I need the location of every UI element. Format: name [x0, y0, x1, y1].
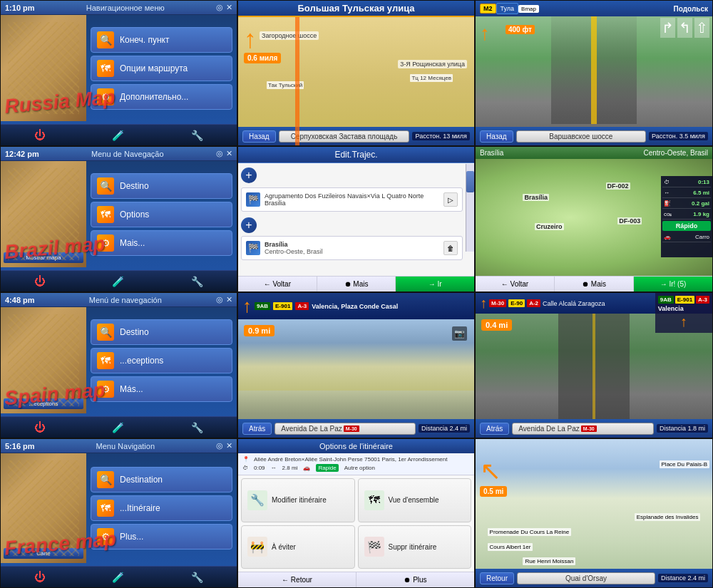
france-itineraire-btn[interactable]: 🗺 ...Itinéraire [91, 495, 232, 521]
co2-icon: co₂ [664, 211, 672, 217]
spain-menu-title: Menú de navegación [89, 296, 162, 304]
russia-route-options-btn[interactable]: 🗺 Опции маршрута [91, 56, 232, 81]
spain-mas-btn[interactable]: ⚙ Más... [91, 376, 232, 402]
france-menu-title: Menu Navigation [96, 442, 155, 450]
spain-show-map-btn[interactable]: ...eceptions [4, 398, 83, 409]
spain-hw-road-btn[interactable]: Avenida De La Paz M-30 [512, 423, 654, 435]
tula-badge: Тула [496, 3, 519, 14]
brasilia-mais-btn[interactable]: ⏺ Mais [555, 277, 634, 292]
spain-map-thumb: ...eceptions [1, 307, 86, 413]
m2-badge: M2 [480, 4, 496, 14]
bstat-fuel-val: 0.2 gal [692, 200, 709, 207]
suppr-btn[interactable]: 🏁 Suppr itinéraire [358, 525, 472, 569]
france-close-icon[interactable]: ✕ [226, 441, 232, 450]
brazil-tools-icon[interactable]: 🔧 [191, 276, 203, 287]
france-dest-label: Destination [120, 475, 163, 485]
options-plus-btn[interactable]: ⏺ Plus [356, 572, 474, 587]
russia-more-label: Дополнительно... [120, 92, 188, 102]
turn-left-icon: ↱ [660, 18, 675, 38]
france-itin-label: ...Itinéraire [120, 503, 160, 513]
brasilia-stats-panel: ⏱ 0:13 ↔ 6.5 mi ⛽ 0.2 gal co₂ 1.9 kg [661, 176, 712, 257]
trajec-go-btn[interactable]: → Ir [396, 277, 474, 292]
chatelet-dist-info: Distance 2.4 mi [658, 574, 708, 582]
waypoint-action-1[interactable]: ▷ [443, 192, 458, 207]
chatelet-back-btn[interactable]: Retour [480, 572, 514, 584]
spain-options-btn[interactable]: 🗺 ...eceptions [91, 348, 232, 373]
spain-back-btn[interactable]: Atrás [242, 423, 272, 435]
russia-bottom-bar: Назад Серпуховская Застава площадь Расст… [238, 127, 474, 145]
trajec-back-btn[interactable]: ← Voltar [238, 277, 317, 292]
waypoint-flag-icon-2: 🏁 [246, 241, 260, 255]
france-flask-icon[interactable]: 🧪 [112, 572, 124, 583]
turn-straight-icon: ⇧ [694, 18, 709, 38]
brasilia-back-btn[interactable]: ← Voltar [476, 277, 555, 292]
spain-time: 4:48 pm [5, 296, 35, 304]
edit-trajec-header: Edit.Trajec. [238, 147, 474, 163]
brazil-map-thumb: Mostrar mapa [1, 161, 86, 267]
spain-destination-btn[interactable]: 🔍 Destino [91, 319, 232, 345]
chatelet-bottom: Retour Quai d'Orsay Distance 2.4 mi [476, 569, 712, 587]
brazil-nav-content: Mostrar mapa 🔍 Destino 🗺 Options ⚙ Mais.… [1, 161, 237, 267]
add-waypoint-top-btn[interactable]: + [241, 167, 257, 183]
brazil-power-icon[interactable]: ⏻ [34, 275, 46, 288]
plate2-a3: A-3 [696, 296, 709, 304]
options-back-btn[interactable]: ← Retour [238, 572, 356, 587]
russia-dist-info: Расстон. 13 миля [412, 132, 470, 140]
france-power-icon[interactable]: ⏻ [34, 571, 46, 584]
spain-power-icon[interactable]: ⏻ [34, 421, 46, 434]
france-plus-btn[interactable]: ⚙ Plus... [91, 524, 232, 550]
russia-back-btn[interactable]: Назад [242, 130, 276, 143]
spain-flask-icon[interactable]: 🧪 [112, 422, 124, 433]
brazil-flask-icon[interactable]: 🧪 [112, 276, 124, 287]
spain-close-icon[interactable]: ✕ [226, 295, 232, 304]
cruzeiro-label: Cruzeiro [535, 223, 564, 230]
russia-hw-road-btn[interactable]: Варшавское шоссе [516, 130, 646, 143]
close-icon[interactable]: ✕ [226, 3, 232, 12]
spain-hw-dist-info: Distancia 1.8 mi [657, 424, 708, 433]
france-destination-btn[interactable]: 🔍 Destination [91, 467, 232, 492]
russia-more-btn[interactable]: ⚙ Дополнительно... [91, 84, 232, 110]
route-address: Allée André Breton×Allée Saint-John Pers… [254, 456, 448, 463]
france-carte-btn[interactable]: Carte [4, 548, 83, 559]
spain-signal-icon: ◎ [216, 295, 223, 304]
camera-icon[interactable]: 📷 [452, 326, 467, 341]
russia-hw-back-btn[interactable]: Назад [480, 130, 513, 143]
flask-icon[interactable]: 🧪 [112, 130, 124, 141]
bstat-dist-val: 6.5 mi [693, 190, 709, 196]
spain-mas-label: Más... [120, 384, 143, 394]
spain-hw-right-info: 9AB E-901 A-3 Valencia ↑ [655, 293, 712, 333]
trajec-mais-btn[interactable]: ⏺ Mais [317, 277, 396, 292]
chatelet-road-btn[interactable]: Quai d'Orsay [517, 572, 655, 584]
brazil-mais-btn[interactable]: ⚙ Mais... [91, 230, 232, 256]
france-tools-icon[interactable]: 🔧 [191, 572, 203, 583]
brazil-close-icon[interactable]: ✕ [226, 149, 232, 158]
plate2-e901: E-901 [675, 296, 694, 304]
spain-hw-back-btn[interactable]: Atrás [480, 423, 509, 435]
vue-label: Vue d'ensemble [389, 496, 439, 504]
vue-icon: 🗺 [364, 490, 384, 510]
brazil-show-map-btn[interactable]: Mostrar mapa [4, 252, 83, 263]
modifier-btn[interactable]: 🔧 Modifier itinéraire [241, 478, 355, 522]
tools-icon[interactable]: 🔧 [191, 130, 203, 141]
brazil-destination-btn[interactable]: 🔍 Destino [91, 173, 232, 199]
brasilia-go-btn[interactable]: → Ir! (5) [634, 277, 712, 292]
bstat-mode[interactable]: Rápido [662, 221, 711, 231]
esplanade-label: Esplanade des Invalides [635, 513, 701, 521]
chatelet-distance: 0.5 mi [480, 486, 507, 497]
vue-ensemble-btn[interactable]: 🗺 Vue d'ensemble [358, 478, 472, 522]
spain-tools-icon[interactable]: 🔧 [191, 422, 203, 433]
spain-road-btn[interactable]: Avenida De La Paz M-30 [275, 423, 416, 435]
eviter-btn[interactable]: 🚧 À éviter [241, 525, 355, 569]
scroll-bar[interactable] [466, 164, 474, 252]
add-waypoint-mid-btn[interactable]: + [241, 217, 257, 233]
russia-menu-title: Навигационное меню [86, 4, 165, 12]
chatelet-arrow-area: ↖ 0.5 mi [480, 456, 507, 497]
russia-dest-label: Конеч. пункт [120, 35, 170, 45]
brazil-options-btn[interactable]: 🗺 Options [91, 202, 232, 227]
russia-destination-btn[interactable]: 🔍 Конеч. пункт [91, 27, 232, 53]
russia-menu-items: 🔍 Конеч. пункт 🗺 Опции маршрута ⚙ Дополн… [86, 15, 237, 121]
turn-right-icon: ↰ [677, 18, 692, 38]
waypoint-action-2[interactable]: 🗑 [443, 241, 458, 255]
search-icon: 🔍 [97, 31, 114, 48]
power-icon[interactable]: ⏻ [34, 129, 46, 142]
